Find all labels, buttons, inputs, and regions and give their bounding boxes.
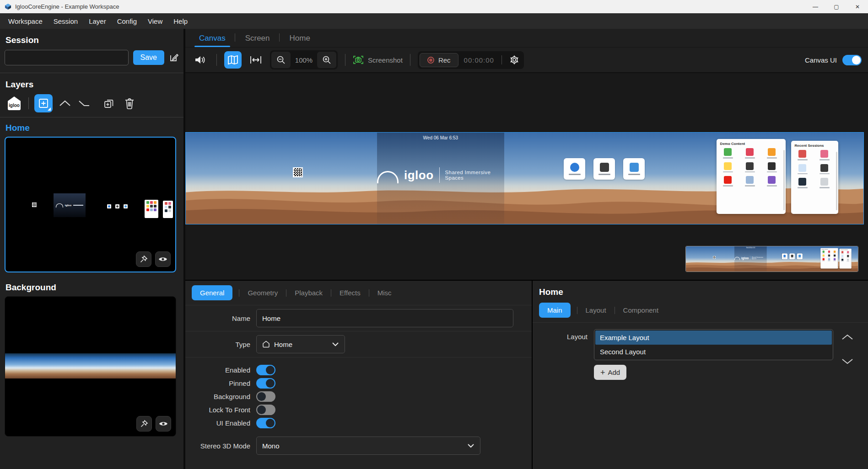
app-icon[interactable] xyxy=(154,208,156,211)
duplicate-layer-button[interactable] xyxy=(103,97,115,109)
tab-geometry[interactable]: Geometry xyxy=(239,285,286,300)
app-icon[interactable] xyxy=(146,201,149,204)
app-icon[interactable] xyxy=(146,208,149,211)
session-input[interactable] xyxy=(5,50,129,65)
add-layout-button[interactable]: + Add xyxy=(594,365,626,380)
app-tile[interactable] xyxy=(593,158,615,180)
move-layer-down-button[interactable] xyxy=(77,100,91,107)
fit-width-button[interactable] xyxy=(247,51,264,69)
maximize-button[interactable]: ▢ xyxy=(826,0,847,13)
tab-home[interactable]: Home xyxy=(288,30,312,47)
zoom-out-button[interactable] xyxy=(271,52,291,68)
app-icon[interactable] xyxy=(764,148,780,159)
stereo-3d-mode-dropdown[interactable]: Mono xyxy=(256,437,480,455)
demo-content-panel[interactable]: Demo Content xyxy=(717,139,786,214)
app-icon[interactable] xyxy=(764,162,780,173)
layout-item-second[interactable]: Second Layout xyxy=(595,345,832,359)
app-icon[interactable] xyxy=(795,178,810,188)
scrollbar[interactable] xyxy=(836,152,837,210)
add-layer-button[interactable] xyxy=(34,94,53,112)
visibility-layer-button[interactable] xyxy=(156,416,171,432)
move-layer-up-button[interactable] xyxy=(58,100,72,107)
tab-layout[interactable]: Layout xyxy=(577,303,615,318)
tab-component[interactable]: Component xyxy=(615,303,667,318)
name-input[interactable] xyxy=(256,309,513,327)
app-icon[interactable] xyxy=(150,205,153,208)
app-icon[interactable] xyxy=(165,206,167,208)
panorama[interactable]: Wed 06 Mar 6:53 igloo Shared Immersive S… xyxy=(185,132,864,224)
home-layer-label[interactable]: Home xyxy=(5,123,179,133)
app-icon[interactable] xyxy=(146,205,149,208)
app-icon[interactable] xyxy=(720,148,736,159)
app-icon[interactable] xyxy=(150,208,153,211)
tab-effects[interactable]: Effects xyxy=(331,285,369,300)
menu-view[interactable]: View xyxy=(142,15,168,28)
app-icon[interactable] xyxy=(168,209,171,212)
tab-main[interactable]: Main xyxy=(539,303,571,318)
app-icon[interactable] xyxy=(165,202,167,205)
pinned-toggle[interactable] xyxy=(256,378,275,389)
app-icon[interactable] xyxy=(168,206,171,208)
screenshot-button[interactable]: Screenshot xyxy=(353,55,403,65)
app-icon[interactable] xyxy=(720,176,736,187)
background-layer-label[interactable]: Background xyxy=(5,282,179,293)
app-icon[interactable] xyxy=(168,202,171,205)
home-layer-thumbnail[interactable]: igloo xyxy=(5,137,176,272)
zoom-in-button[interactable] xyxy=(317,52,336,68)
record-settings-button[interactable] xyxy=(509,55,519,65)
canvas-ui-toggle[interactable] xyxy=(842,55,862,65)
zoom-level[interactable]: 100% xyxy=(291,56,317,64)
app-icon[interactable] xyxy=(742,176,758,187)
move-layout-up-button[interactable] xyxy=(841,334,854,341)
app-icon[interactable] xyxy=(742,162,758,173)
app-icon[interactable] xyxy=(795,164,810,175)
delete-layer-button[interactable] xyxy=(124,97,135,109)
ui-enabled-toggle[interactable] xyxy=(256,418,275,428)
app-icon[interactable] xyxy=(742,148,758,159)
close-button[interactable]: ✕ xyxy=(847,0,868,13)
app-icon[interactable] xyxy=(817,164,832,175)
app-tile[interactable] xyxy=(564,158,585,180)
background-layer-thumbnail[interactable] xyxy=(5,296,176,437)
edit-session-icon[interactable] xyxy=(169,53,179,63)
minimap[interactable]: Wed 06 Mar 6:53 igloo Shared Immersive S… xyxy=(685,246,858,272)
tab-misc[interactable]: Misc xyxy=(369,285,400,300)
igloo-layer-icon[interactable]: igloo xyxy=(5,95,23,112)
layout-list[interactable]: Example Layout Second Layout xyxy=(594,329,833,360)
save-button[interactable]: Save xyxy=(133,50,164,65)
minimize-button[interactable]: — xyxy=(805,0,826,13)
pin-layer-button[interactable] xyxy=(136,251,151,267)
audio-button[interactable] xyxy=(192,51,209,69)
app-icon[interactable] xyxy=(154,205,156,208)
app-icon[interactable] xyxy=(795,150,810,160)
enabled-toggle[interactable] xyxy=(256,365,275,375)
recent-sessions-panel[interactable]: Recent Sessions xyxy=(791,141,838,214)
record-button[interactable]: Rec xyxy=(420,53,458,67)
menu-config[interactable]: Config xyxy=(112,15,142,28)
menu-workspace[interactable]: Workspace xyxy=(3,15,48,28)
scrollbar[interactable] xyxy=(783,150,785,210)
lock-to-front-toggle[interactable] xyxy=(256,405,275,415)
visibility-layer-button[interactable] xyxy=(155,251,171,267)
tab-general[interactable]: General xyxy=(192,285,232,300)
app-icon[interactable] xyxy=(817,150,832,160)
menu-layer[interactable]: Layer xyxy=(83,15,112,28)
pin-layer-button[interactable] xyxy=(136,416,152,432)
app-icon[interactable] xyxy=(154,201,156,204)
tab-screen[interactable]: Screen xyxy=(243,30,272,47)
app-icon[interactable] xyxy=(165,209,167,212)
map-view-button[interactable] xyxy=(224,51,242,69)
canvas-viewport[interactable]: Wed 06 Mar 6:53 igloo Shared Immersive S… xyxy=(185,72,868,280)
type-dropdown[interactable]: Home xyxy=(256,335,345,353)
app-icon[interactable] xyxy=(720,162,736,173)
menu-help[interactable]: Help xyxy=(168,15,193,28)
app-icon[interactable] xyxy=(150,201,153,204)
background-toggle[interactable] xyxy=(256,391,275,402)
minimap-panorama[interactable]: Wed 06 Mar 6:53 igloo Shared Immersive S… xyxy=(686,246,858,272)
app-icon[interactable] xyxy=(764,176,780,187)
layout-item-example[interactable]: Example Layout xyxy=(595,330,832,345)
app-tile[interactable] xyxy=(623,158,645,180)
app-icon[interactable] xyxy=(817,178,832,188)
tab-playback[interactable]: Playback xyxy=(286,285,331,300)
menu-session[interactable]: Session xyxy=(48,15,83,28)
